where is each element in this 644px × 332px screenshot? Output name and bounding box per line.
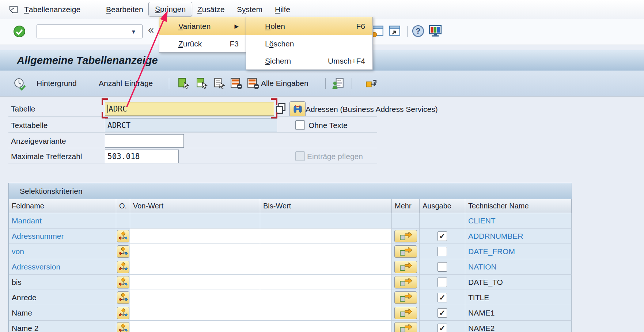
max-trefferzahl-input[interactable]: 503.018 [105,150,179,163]
deselect-all-icon[interactable] [213,78,226,91]
bis-wert-cell[interactable] [260,275,392,290]
field-name[interactable]: Name 2 [9,321,116,332]
menu-item-zurueck[interactable]: Zurück F3 [159,35,246,52]
output-checkbox[interactable]: ✓ [437,231,447,241]
selection-option-button[interactable] [117,276,129,288]
selection-row: Anrede✓TITLE [9,290,572,305]
anzeigevariante-input[interactable] [105,134,184,148]
bis-wert-cell[interactable] [260,290,392,305]
multiple-selection-button[interactable] [394,291,417,304]
application-toolbar: Hintergrund Anzahl Einträge Alle Eingabe… [0,71,644,97]
menu-item-bearbeiten[interactable]: Bearbeiten [106,0,143,19]
technical-name: CLIENT [465,213,572,229]
selection-option-button[interactable] [117,322,129,332]
ohne-texte-label: Ohne Texte [308,121,348,130]
multiple-selection-button[interactable] [394,261,417,273]
tabelle-input[interactable]: ADRC [105,102,274,116]
von-wert-cell[interactable] [130,259,260,275]
menu-item-holen[interactable]: Holen F6 [246,17,372,35]
selection-option-button[interactable] [117,307,129,319]
create-shortcut-icon[interactable] [388,24,402,38]
select-all-icon[interactable] [178,78,190,91]
menu-item-varianten[interactable]: Varianten ▶ [159,17,246,35]
collapse-toolbar-icon[interactable]: « [148,24,154,36]
select-block-icon[interactable] [196,78,208,91]
bis-wert-cell[interactable] [260,321,392,332]
customize-layout-icon[interactable] [428,24,442,38]
number-of-entries-button[interactable]: Anzahl Einträge [99,71,153,96]
menu-item-zusaetze[interactable]: Zusätze [197,0,225,19]
option-cell [116,229,130,244]
field-name[interactable]: Name [9,305,116,321]
selection-option-button[interactable] [117,245,129,258]
field-name[interactable]: Adressversion [9,259,116,275]
von-wert-cell[interactable] [130,275,260,290]
texttabelle-input[interactable]: ADRCT [105,118,277,132]
menu-item-hilfe[interactable]: Hilfe [275,0,290,19]
new-session-icon[interactable] [371,24,385,38]
selection-row: Name 2✓NAME2 [9,321,572,332]
field-name[interactable]: Anrede [9,290,116,305]
max-trefferzahl-label: Maximale Trefferzahl [11,152,82,161]
output-checkbox[interactable] [437,262,447,272]
window-menu-icon[interactable] [8,4,19,16]
bis-wert-cell[interactable] [260,229,392,244]
variants-icon[interactable] [332,78,344,91]
toolbar-separator [352,78,352,89]
execute-icon[interactable] [13,78,26,92]
bis-wert-cell[interactable] [260,244,392,259]
menu-item-tabellenanzeige[interactable]: Tabellenanzeige [24,0,80,19]
field-name[interactable]: bis [9,275,116,290]
form-divider [8,148,377,148]
output-checkbox[interactable] [437,278,447,287]
von-wert-cell[interactable] [130,321,260,332]
field-name[interactable]: Adressnummer [9,229,116,244]
output-checkbox[interactable] [437,247,447,256]
multiple-selection-button[interactable] [394,307,417,319]
output-checkbox[interactable]: ✓ [437,308,447,318]
form-divider [8,116,377,117]
von-wert-cell[interactable] [130,229,260,244]
multiple-selection-button[interactable] [394,230,417,242]
command-dropdown-icon[interactable]: ▼ [131,29,136,35]
von-wert-cell[interactable] [130,305,260,321]
eintraege-pflegen-label: Einträge pflegen [307,152,363,161]
mehr-cell [392,290,420,305]
menu-item-loeschen[interactable]: Löschen [246,35,372,52]
selection-option-button[interactable] [117,261,129,273]
field-name[interactable]: von [9,244,116,259]
bis-wert-cell[interactable] [260,259,392,275]
delete-all-selections-icon[interactable] [247,78,260,91]
form-divider [8,163,377,163]
ohne-texte-checkbox[interactable] [295,120,305,130]
all-entries-button[interactable]: Alle Eingaben [261,71,308,96]
possible-entries-icon[interactable] [275,102,287,116]
jump-icon[interactable] [365,78,378,91]
field-name[interactable]: Mandant [9,213,116,229]
toolbar-separator [325,78,326,89]
menu-item-sichern[interactable]: Sichern Umsch+F4 [246,52,372,69]
selection-option-button[interactable] [117,291,129,304]
output-checkbox[interactable]: ✓ [437,293,447,302]
output-checkbox[interactable]: ✓ [437,324,447,332]
multiple-selection-button[interactable] [394,245,417,258]
menu-item-springen[interactable]: Springen [148,2,192,16]
command-field[interactable] [37,24,143,38]
background-button[interactable]: Hintergrund [37,71,77,96]
bis-wert-cell[interactable] [260,305,392,321]
multiple-selection-button[interactable] [394,322,417,332]
shortcut-label: F6 [349,22,365,31]
page-title: Allgemeine Tabellenanzeige [17,50,158,71]
option-cell [116,244,130,259]
menu-item-system[interactable]: System [237,0,262,19]
multiple-selection-button[interactable] [394,276,417,288]
search-help-icon[interactable] [289,101,306,117]
von-wert-cell[interactable] [130,244,260,259]
selection-option-button[interactable] [117,230,129,242]
enter-icon[interactable] [13,25,26,38]
help-icon[interactable]: ? [412,24,425,38]
column-header-feldname: Feldname [9,199,116,213]
column-header-von-wert: Von-Wert [130,199,260,213]
von-wert-cell[interactable] [130,290,260,305]
delete-selection-icon[interactable] [230,78,243,91]
